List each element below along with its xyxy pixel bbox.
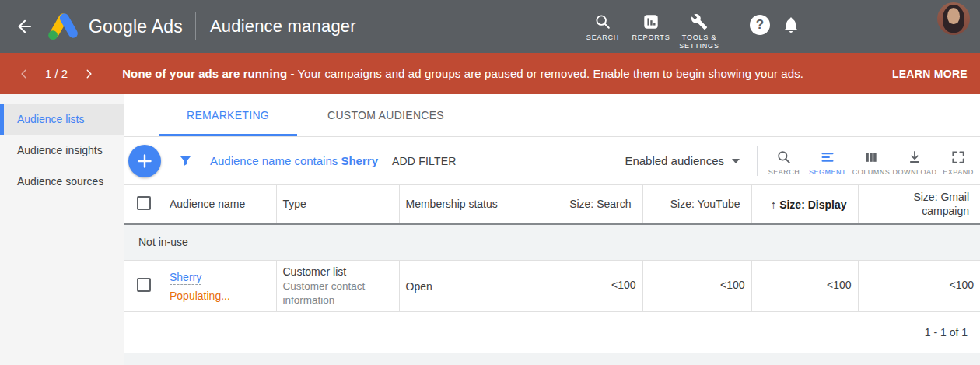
sidebar-nav: Audience lists Audience insights Audienc… bbox=[0, 94, 124, 365]
table-row: Sherry Populating... Customer list Custo… bbox=[124, 261, 980, 312]
filter-icon[interactable] bbox=[178, 153, 193, 168]
header-divider bbox=[195, 12, 196, 40]
previous-alert-button[interactable] bbox=[14, 64, 34, 84]
sidebar-item-audience-sources[interactable]: Audience sources bbox=[0, 166, 124, 197]
content-panel: REMARKETING CUSTOM AUDIENCES Audience na… bbox=[124, 94, 980, 365]
page-background bbox=[124, 353, 980, 365]
column-header-type[interactable]: Type bbox=[276, 185, 399, 224]
product-name: Google Ads bbox=[89, 16, 183, 37]
alert-banner: 1 / 2 None of your ads are running - You… bbox=[0, 53, 980, 94]
page-title: Audience manager bbox=[210, 16, 356, 37]
toolbar-actions: Enabled audiences SEARCH bbox=[625, 146, 980, 176]
expand-icon bbox=[950, 149, 966, 165]
pagination-bar: 1 - 1 of 1 bbox=[124, 312, 980, 353]
size-search-cell: <100 bbox=[534, 261, 642, 312]
segment-icon bbox=[820, 149, 835, 165]
column-header-membership-status[interactable]: Membership status bbox=[399, 185, 534, 224]
table-expand-button[interactable]: EXPAND bbox=[936, 146, 980, 176]
pagination-label: 1 - 1 of 1 bbox=[925, 326, 968, 339]
sidebar-item-audience-lists[interactable]: Audience lists bbox=[0, 104, 124, 135]
type-cell: Customer list Customer contact informati… bbox=[276, 261, 399, 312]
column-header-size-search[interactable]: Size: Search bbox=[534, 185, 642, 224]
audiences-table: Audience name Type Membership status Siz… bbox=[124, 184, 980, 312]
table-segment-button[interactable]: SEGMENT bbox=[806, 146, 849, 176]
alert-message: None of your ads are running - Your camp… bbox=[122, 67, 803, 80]
column-header-audience-name[interactable]: Audience name bbox=[163, 185, 276, 224]
help-icon: ? bbox=[750, 15, 770, 35]
audience-name-link[interactable]: Sherry bbox=[170, 271, 201, 285]
create-audience-button[interactable] bbox=[128, 145, 161, 177]
columns-icon bbox=[863, 149, 879, 165]
search-icon bbox=[776, 149, 792, 165]
next-alert-button[interactable] bbox=[79, 64, 99, 84]
sort-ascending-icon: ↑ bbox=[771, 198, 777, 211]
learn-more-link[interactable]: LEARN MORE bbox=[892, 68, 968, 80]
google-ads-audience-manager-window: Google Ads Audience manager SEARCH REPOR… bbox=[0, 0, 980, 365]
group-row-not-in-use: Not in-use bbox=[124, 224, 980, 261]
back-button[interactable] bbox=[9, 11, 40, 42]
chevron-right-icon bbox=[83, 68, 94, 79]
active-filter-chip[interactable]: Audience name contains Sherry bbox=[210, 154, 378, 167]
membership-status-cell: Open bbox=[399, 261, 534, 312]
table-columns-button[interactable]: COLUMNS bbox=[849, 146, 893, 176]
row-checkbox[interactable] bbox=[137, 278, 151, 292]
alert-message-detail: - Your campaigns and ad groups are pause… bbox=[287, 67, 803, 80]
bell-icon bbox=[782, 16, 800, 34]
audience-name-cell: Sherry Populating... bbox=[163, 261, 276, 312]
user-avatar[interactable] bbox=[937, 2, 970, 35]
reports-nav-button[interactable]: REPORTS bbox=[627, 2, 675, 42]
toolbar-divider bbox=[757, 146, 758, 176]
table-toolbar: Audience name contains Sherry ADD FILTER… bbox=[124, 137, 980, 184]
alert-message-title: None of your ads are running bbox=[122, 67, 287, 80]
add-filter-button[interactable]: ADD FILTER bbox=[392, 155, 457, 167]
wrench-icon bbox=[691, 13, 708, 30]
table-search-button[interactable]: SEARCH bbox=[762, 146, 806, 176]
column-header-size-gmail-campaign[interactable]: Size: Gmail campaign bbox=[858, 185, 980, 224]
main-area: Audience lists Audience insights Audienc… bbox=[0, 94, 980, 365]
table-download-button[interactable]: DOWNLOAD bbox=[893, 146, 936, 176]
back-arrow-icon bbox=[16, 17, 34, 36]
search-nav-button[interactable]: SEARCH bbox=[579, 2, 627, 42]
size-gmail-cell: <100 bbox=[858, 261, 980, 312]
search-icon bbox=[594, 13, 611, 30]
tab-custom-audiences[interactable]: CUSTOM AUDIENCES bbox=[297, 94, 474, 136]
populating-status: Populating... bbox=[170, 290, 270, 302]
table-header-row: Audience name Type Membership status Siz… bbox=[124, 185, 980, 224]
chevron-left-icon bbox=[19, 68, 30, 79]
group-label: Not in-use bbox=[124, 224, 980, 261]
reports-icon bbox=[642, 13, 660, 30]
select-all-checkbox[interactable] bbox=[137, 196, 151, 210]
tools-settings-nav-button[interactable]: TOOLS & SETTINGS bbox=[675, 2, 723, 51]
size-display-cell: <100 bbox=[751, 261, 858, 312]
tab-bar: REMARKETING CUSTOM AUDIENCES bbox=[124, 94, 980, 137]
tab-remarketing[interactable]: REMARKETING bbox=[159, 94, 297, 136]
column-header-size-display[interactable]: ↑Size: Display bbox=[751, 185, 858, 224]
google-ads-logo-icon[interactable] bbox=[47, 12, 81, 41]
notifications-button[interactable] bbox=[775, 9, 807, 40]
column-header-size-youtube[interactable]: Size: YouTube bbox=[642, 185, 751, 224]
sidebar-item-audience-insights[interactable]: Audience insights bbox=[0, 135, 124, 166]
plus-icon bbox=[135, 152, 154, 170]
top-app-bar: Google Ads Audience manager SEARCH REPOR… bbox=[0, 0, 980, 53]
audience-status-dropdown[interactable]: Enabled audiences bbox=[625, 154, 740, 167]
size-youtube-cell: <100 bbox=[642, 261, 751, 312]
header-divider bbox=[733, 16, 733, 42]
filter-value: Sherry bbox=[341, 154, 378, 167]
header-actions: SEARCH REPORTS TOOLS & SETTINGS ? bbox=[579, 2, 980, 51]
help-button[interactable]: ? bbox=[744, 9, 775, 40]
download-icon bbox=[907, 149, 922, 165]
alert-pager: 1 / 2 bbox=[45, 67, 68, 80]
dropdown-caret-icon bbox=[732, 159, 740, 163]
